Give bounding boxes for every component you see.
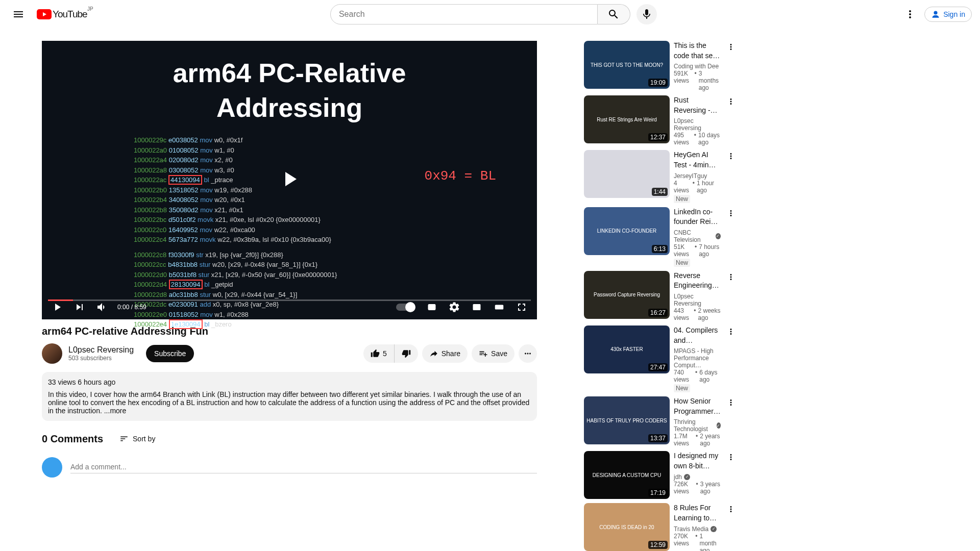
- related-video-meta: 740 views•6 days ago: [674, 369, 721, 383]
- related-channel-name[interactable]: L0psec Reversing: [674, 117, 721, 132]
- share-button[interactable]: Share: [422, 344, 468, 363]
- related-menu-button[interactable]: [725, 503, 737, 515]
- settings-button[interactable]: [445, 298, 463, 316]
- youtube-logo[interactable]: YouTube JP: [37, 9, 87, 20]
- video-duration: 16:27: [648, 309, 668, 317]
- theater-icon: [495, 303, 504, 312]
- search-icon: [607, 8, 620, 20]
- user-icon: [931, 10, 940, 19]
- signin-label: Sign in: [943, 10, 965, 18]
- play-button-overlay[interactable]: [277, 167, 302, 193]
- verified-icon: ✓: [717, 422, 721, 429]
- miniplayer-button[interactable]: [468, 298, 486, 316]
- related-thumbnail[interactable]: Password Capture Reversing 16:27: [584, 271, 670, 319]
- hamburger-menu-button[interactable]: [8, 4, 29, 24]
- comment-input[interactable]: [70, 461, 537, 473]
- related-thumbnail[interactable]: THIS GOT US TO THE MOON? 19:09: [584, 41, 670, 89]
- show-more-button[interactable]: ...more: [104, 407, 127, 415]
- play-button[interactable]: [48, 298, 66, 316]
- related-video-item: 1:44 HeyGen AI Test - 4min Audio & 2min …: [584, 150, 737, 203]
- related-thumbnail[interactable]: DESIGNING A CUSTOM CPU 17:19: [584, 451, 670, 499]
- related-menu-button[interactable]: [725, 95, 737, 108]
- related-channel-name[interactable]: JerseyITguy: [674, 172, 721, 180]
- related-channel-name[interactable]: jdh ✓: [674, 473, 721, 481]
- video-player[interactable]: arm64 PC-Relative Addressing 10000229c e…: [42, 41, 537, 319]
- related-menu-button[interactable]: [725, 396, 737, 409]
- primary-column: arm64 PC-Relative Addressing 10000229c e…: [42, 41, 537, 551]
- asm-line: 1000022a4 020080d2 mov x2, #0: [134, 155, 517, 165]
- related-thumbnail[interactable]: CODING IS DEAD in 20 12:59: [584, 503, 670, 551]
- search-button[interactable]: [598, 4, 630, 24]
- cc-icon: CC: [427, 303, 436, 312]
- related-video-meta: 591K views•3 months ago: [674, 70, 721, 91]
- more-actions-button[interactable]: [519, 344, 537, 363]
- settings-menu-button[interactable]: [900, 4, 920, 24]
- related-thumbnail[interactable]: Rust RE Strings Are Weird 12:37: [584, 95, 670, 143]
- fullscreen-button[interactable]: [512, 298, 531, 316]
- voice-search-button[interactable]: [636, 4, 657, 24]
- svg-point-0: [934, 11, 937, 14]
- related-menu-button[interactable]: [725, 325, 737, 338]
- related-thumbnail[interactable]: LINKEDIN CO-FOUNDER 6:13: [584, 207, 670, 255]
- subscribe-button[interactable]: Subscribe: [146, 345, 194, 362]
- asm-line: 1000022b8 350080d2 mov x21, #0x1: [134, 205, 517, 215]
- user-avatar: [42, 457, 62, 478]
- channel-avatar[interactable]: [42, 343, 62, 364]
- channel-name[interactable]: L0psec Reversing: [68, 345, 134, 355]
- related-thumbnail[interactable]: 430x FASTER 27:47: [584, 325, 670, 373]
- related-video-title[interactable]: LinkedIn co-founder Reid Hoffman: DeepSe…: [674, 207, 721, 227]
- volume-button[interactable]: [93, 298, 111, 316]
- related-channel-name[interactable]: Coding with Dee: [674, 63, 721, 70]
- related-channel-name[interactable]: Thriving Technologist ✓: [674, 418, 721, 433]
- related-video-info: How Senior Programmers ACTUALLY Write Co…: [674, 396, 721, 447]
- related-menu-button[interactable]: [725, 41, 737, 53]
- related-video-title[interactable]: Rust Reversing - Strings Are Weird: [674, 95, 721, 115]
- related-menu-button[interactable]: [725, 271, 737, 283]
- new-badge: New: [674, 384, 690, 392]
- related-video-title[interactable]: This is the code that sent Apollo 11 to …: [674, 41, 721, 61]
- related-thumbnail[interactable]: 1:44: [584, 150, 670, 198]
- thumbs-up-icon: [371, 349, 380, 358]
- save-button[interactable]: Save: [472, 344, 514, 363]
- related-channel-name[interactable]: MPAGS - High Performance Comput…: [674, 347, 721, 369]
- related-video-info: This is the code that sent Apollo 11 to …: [674, 41, 721, 91]
- player-controls: 0:00 / 8:59 CC: [42, 295, 537, 319]
- asm-line: 1000022c8 f30300f9 str x19, [sp {var_2f0…: [134, 250, 517, 260]
- asm-line: 1000022b4 34008052 mov w20, #0x1: [134, 195, 517, 205]
- thumbnail-label: THIS GOT US TO THE MOON?: [589, 60, 665, 70]
- captions-button[interactable]: CC: [423, 298, 441, 316]
- related-menu-button[interactable]: [725, 207, 737, 219]
- related-thumbnail[interactable]: HABITS OF TRULY PRO CODERS 13:37: [584, 396, 670, 444]
- related-menu-button[interactable]: [725, 451, 737, 463]
- related-video-title[interactable]: How Senior Programmers ACTUALLY Write Co…: [674, 396, 721, 416]
- related-channel-name[interactable]: CNBC Television ✓: [674, 229, 721, 243]
- sort-comments-button[interactable]: Sort by: [119, 434, 155, 443]
- sort-icon: [119, 434, 129, 443]
- signin-button[interactable]: Sign in: [924, 7, 972, 22]
- thumbnail-label: LINKEDIN CO-FOUNDER: [595, 226, 659, 236]
- next-button[interactable]: [70, 298, 89, 316]
- related-video-title[interactable]: HeyGen AI Test - 4min Audio & 2min Video…: [674, 150, 721, 170]
- new-badge: New: [674, 195, 690, 203]
- related-video-item: Rust RE Strings Are Weird 12:37 Rust Rev…: [584, 95, 737, 146]
- like-button[interactable]: 5: [363, 344, 394, 363]
- like-dislike-pill: 5: [363, 344, 418, 363]
- main-content: arm64 PC-Relative Addressing 10000229c e…: [0, 0, 980, 551]
- video-description[interactable]: 33 views 6 hours ago In this video, I co…: [42, 372, 537, 421]
- related-video-title[interactable]: 8 Rules For Learning to Code in 2025...a…: [674, 503, 721, 523]
- related-video-title[interactable]: Reverse Engineering a macOS Password Cap…: [674, 271, 721, 291]
- theater-button[interactable]: [490, 298, 508, 316]
- related-channel-name[interactable]: Travis Media ✓: [674, 525, 721, 533]
- autoplay-toggle[interactable]: [396, 304, 414, 311]
- search-input[interactable]: [330, 4, 598, 24]
- related-video-meta: 51K views•7 hours ago: [674, 243, 721, 258]
- video-duration: 12:37: [648, 133, 668, 141]
- dislike-button[interactable]: [394, 344, 418, 363]
- related-menu-button[interactable]: [725, 150, 737, 162]
- logo-text: YouTube: [53, 9, 87, 20]
- video-duration: 27:47: [648, 363, 668, 371]
- related-video-title[interactable]: I designed my own 8-bit computer just to…: [674, 451, 721, 471]
- thumbs-down-icon: [402, 349, 411, 358]
- related-video-title[interactable]: 04. Compilers and Interpreters [HPC in J…: [674, 325, 721, 345]
- related-channel-name[interactable]: L0psec Reversing: [674, 293, 721, 307]
